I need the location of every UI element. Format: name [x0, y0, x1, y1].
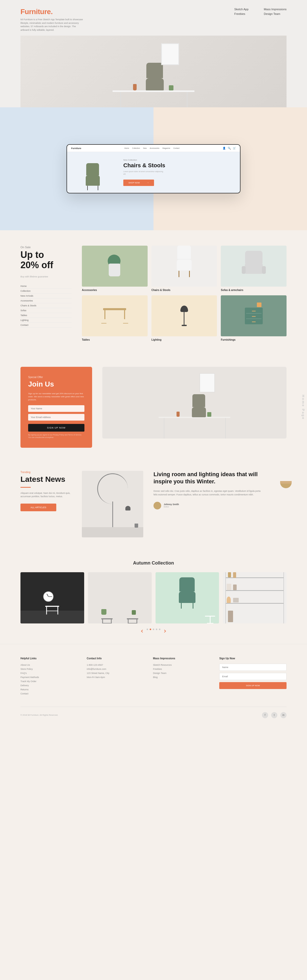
cat-tables[interactable]: Tables [21, 313, 72, 318]
join-desk-leg-left [164, 418, 165, 439]
cat-lighting[interactable]: Lighting [21, 318, 72, 323]
site-logo: Furniture. [21, 8, 84, 16]
linkedin-icon[interactable]: in [280, 712, 286, 718]
dot-3[interactable] [153, 628, 154, 630]
footer-link-payment[interactable]: Payment Methods [21, 676, 76, 679]
cat-new-arrivals[interactable]: New Arrivals [21, 294, 72, 298]
lighting-image [152, 295, 217, 336]
furnishings-image [221, 295, 286, 336]
all-articles-button[interactable]: ALL ARTICLES [21, 504, 56, 511]
plant-on-right-table [132, 610, 136, 615]
footer-link-about[interactable]: About Us [21, 663, 76, 666]
autumn-card-4[interactable] [223, 572, 286, 624]
cat-chairs-stools[interactable]: Chairs & Stools [21, 303, 72, 308]
on-sale-label: On Sale [21, 246, 72, 249]
next-button[interactable] [162, 628, 167, 634]
join-email-input[interactable] [28, 414, 84, 421]
hero-desk-scene [21, 36, 286, 107]
join-name-input[interactable] [28, 405, 84, 412]
footer-name-input[interactable] [219, 663, 286, 671]
cart-icon[interactable]: 🛒 [233, 147, 236, 150]
facebook-icon[interactable]: f [262, 712, 268, 718]
nav-col-1: Sketch App Freebies [234, 8, 248, 15]
user-icon[interactable]: 👤 [223, 147, 226, 150]
footer-link-returns[interactable]: Returns [21, 688, 76, 691]
accessories-image [82, 246, 148, 286]
cat-card-furnishings[interactable]: Furnishings [221, 295, 286, 341]
deco-bowl-object [280, 481, 292, 488]
drawer-object [245, 308, 263, 324]
autumn-card-3[interactable] [155, 572, 219, 624]
cat-contact[interactable]: Contact [21, 323, 72, 328]
teal-chair [179, 578, 195, 609]
autumn-image-4 [223, 572, 286, 624]
author-name: Johnny Smith [164, 503, 179, 506]
dot-5[interactable] [159, 628, 160, 630]
shelf-wall-l [225, 572, 226, 624]
side-table-right [127, 618, 138, 624]
author-avatar [154, 502, 161, 509]
nav-sketch-app[interactable]: Sketch App [234, 8, 248, 11]
footer-link-policy[interactable]: Store Policy [21, 668, 76, 670]
trending-label: Trending [21, 471, 72, 474]
hero-plant [169, 85, 174, 91]
homepage-label: Home Page [302, 395, 305, 420]
cat-home[interactable]: Home [21, 284, 72, 289]
footer-helpful-links: Helpful Links About Us Store Policy FAQ'… [21, 657, 76, 697]
carousel-dots [21, 628, 286, 634]
footer-design-team[interactable]: Design Team [153, 672, 209, 675]
header-top: Furniture. Mi Furniture is a Free Sketch… [21, 8, 286, 32]
autumn-grid [21, 572, 286, 624]
cat-card-sofas[interactable]: Sofas & armchairs [221, 246, 286, 291]
shelf-item-1 [228, 572, 231, 578]
footer-submit-button[interactable]: SIGN UP NOW [219, 682, 286, 689]
dot-2[interactable] [150, 628, 151, 630]
cat-collection[interactable]: Collection [21, 289, 72, 294]
footer-link-delivery[interactable]: Delivery [21, 684, 76, 687]
footer-link-contact[interactable]: Contact [21, 692, 76, 695]
footer-email-contact: info@furniture.com [87, 668, 143, 670]
nav-design-team[interactable]: Design Team [264, 12, 286, 15]
cat-card-tables[interactable]: Tables [82, 295, 148, 341]
shelf-2 [225, 590, 284, 591]
mockup-nav-magazine: Magazine [163, 147, 170, 149]
logo-text: Furniture [21, 8, 51, 16]
article-desc: Donec sed odio dui. Cras justo odio, dap… [154, 489, 261, 497]
sale-title: Up to20% off [21, 250, 72, 270]
news-title: Latest News [21, 475, 72, 484]
footer-email-input[interactable] [219, 673, 286, 680]
cat-card-accessories[interactable]: Accessories [82, 246, 148, 291]
dot-1[interactable] [147, 628, 148, 630]
teal-chair-scene [179, 587, 195, 609]
footer-mass-impressions: Mass Impressions Sketch Resources Freebi… [153, 657, 209, 697]
furnishings-label: Furnishings [221, 338, 286, 341]
white-chair [177, 255, 192, 277]
sale-desc: Buy with lifetime guarantee [21, 275, 72, 279]
join-signup-button[interactable]: SIGN UP NOW [28, 424, 84, 431]
cat-card-lighting[interactable]: Lighting [152, 295, 217, 341]
nav-mass-impressions[interactable]: Mass Impressions [264, 8, 286, 11]
author-text: Johnny Smith Editor [164, 503, 179, 508]
footer-link-track[interactable]: Track My Order [21, 680, 76, 682]
shop-now-button[interactable]: SHOP NOW → [123, 180, 154, 186]
autumn-card-2[interactable] [88, 572, 152, 624]
nav-freebies[interactable]: Freebies [234, 12, 248, 15]
mockup-logo-text: Furniture [71, 147, 81, 150]
dot-4[interactable] [156, 628, 157, 630]
footer-freebies[interactable]: Freebies [153, 668, 209, 670]
hero-wall-frame [161, 43, 179, 65]
prev-button[interactable] [140, 628, 145, 634]
cat-accessories[interactable]: Accessories [21, 298, 72, 303]
shelf-wall-r [283, 572, 284, 624]
mockup-hero: New Collection Chairs & Stools Lorem ips… [67, 152, 240, 193]
cat-card-chairs[interactable]: Chairs & Stools [152, 246, 217, 291]
autumn-image-2 [88, 572, 152, 624]
twitter-icon[interactable]: t [271, 712, 277, 718]
cat-sofas[interactable]: Sofas [21, 308, 72, 313]
autumn-card-1[interactable] [21, 572, 84, 624]
mockup-icon-group: 👤 🔍 🛒 [223, 147, 236, 150]
footer-blog[interactable]: Blog [153, 676, 209, 679]
footer-link-faq[interactable]: FAQ's [21, 672, 76, 675]
footer-sketch[interactable]: Sketch Resources [153, 663, 209, 666]
search-icon[interactable]: 🔍 [228, 147, 231, 150]
